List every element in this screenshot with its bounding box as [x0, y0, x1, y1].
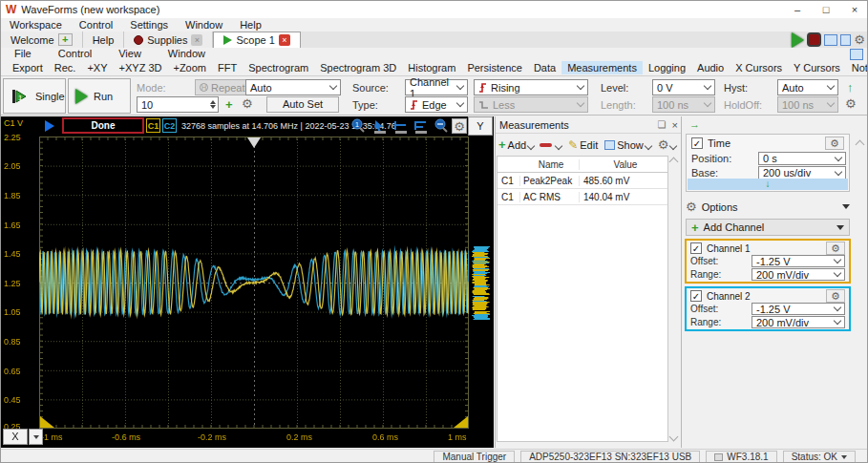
run-all-icon[interactable]: [792, 32, 804, 48]
remove-measurement-icon[interactable]: [540, 143, 552, 147]
ribbon-logging[interactable]: Logging: [643, 61, 691, 74]
y-axis-button[interactable]: Y: [468, 116, 493, 136]
scope-menu-control[interactable]: Control: [45, 48, 105, 60]
menu-help[interactable]: Help: [231, 18, 270, 32]
ribbon-zoom[interactable]: +Zoom: [167, 61, 212, 74]
table-scroll-up-icon[interactable]: [669, 158, 679, 167]
x-axis-button[interactable]: X: [3, 429, 28, 445]
ribbon-fft[interactable]: FFT: [212, 61, 243, 74]
edit-pencil-icon[interactable]: ✎: [568, 138, 578, 152]
length-select[interactable]: 100 ns: [652, 96, 715, 113]
time-apply-bar[interactable]: ↓: [688, 179, 848, 190]
ribbon-persistence[interactable]: Persistence: [461, 61, 527, 74]
menu-window[interactable]: Window: [177, 18, 231, 32]
gear-dropdown-icon[interactable]: [669, 141, 677, 149]
manual-trigger-button[interactable]: Manual Trigger: [434, 451, 515, 463]
channel1-gear-icon[interactable]: ⚙: [826, 242, 845, 255]
count-spinner-arrows[interactable]: [210, 100, 216, 109]
status-select[interactable]: Status: OK: [783, 451, 856, 463]
close-panel-icon[interactable]: ×: [672, 119, 678, 131]
pointer-tool-icon[interactable]: [372, 118, 388, 134]
close-supplies-icon[interactable]: ×: [191, 34, 202, 46]
options-row[interactable]: ⚙ Options: [686, 199, 850, 215]
show-menu-label[interactable]: Show: [617, 139, 644, 151]
menu-control[interactable]: Control: [71, 18, 121, 32]
close-scope1-icon[interactable]: ×: [279, 34, 290, 46]
expand-arrow-icon[interactable]: [43, 119, 58, 133]
edit-measurement-label[interactable]: Edit: [580, 139, 598, 151]
trigger-position-icon[interactable]: [413, 118, 429, 134]
level-select[interactable]: 0 V: [652, 79, 715, 95]
ribbon-measurements[interactable]: Measurements: [561, 61, 643, 74]
acquisition-gear-icon[interactable]: ⚙: [242, 97, 253, 110]
ribbon-audio[interactable]: Audio: [691, 61, 730, 74]
float-window-icon[interactable]: [850, 49, 863, 60]
ribbon-spectrogram[interactable]: Spectrogram: [243, 61, 314, 74]
ribbon-rec[interactable]: Rec.: [49, 61, 82, 74]
channel1-checkbox[interactable]: ✓: [690, 242, 702, 254]
tab-supplies[interactable]: Supplies ×: [124, 32, 213, 48]
trigger-up-arrow-icon[interactable]: ↑: [847, 80, 854, 95]
options-dropdown-icon[interactable]: [842, 204, 850, 209]
count-spinner[interactable]: 10: [137, 96, 219, 113]
stop-all-icon[interactable]: [807, 32, 821, 47]
zoom-tool-icon[interactable]: [434, 118, 449, 134]
auto-set-button[interactable]: Auto Set: [266, 96, 339, 113]
trigger-gear-icon[interactable]: ⚙: [845, 97, 857, 110]
trigger-level-icon[interactable]: [393, 118, 409, 134]
remove-dropdown-icon[interactable]: [555, 141, 562, 149]
waveform-plot[interactable]: [39, 137, 469, 429]
trigger-mode-select[interactable]: Auto: [245, 79, 341, 95]
scope-menu-file[interactable]: File: [1, 48, 45, 60]
ribbon-xyz3d[interactable]: +XYZ 3D: [114, 61, 168, 74]
table-scroll-down-icon[interactable]: [669, 432, 679, 442]
add-dropdown-icon[interactable]: [527, 141, 535, 149]
scope-menu-view[interactable]: View: [105, 48, 155, 60]
add-channel-dropdown-icon[interactable]: [836, 225, 844, 230]
ribbon-ycursors[interactable]: Y Cursors: [788, 61, 846, 74]
acquisition-preview-strip[interactable]: [472, 137, 490, 429]
time-gear-icon[interactable]: ⚙: [825, 137, 844, 150]
source-select[interactable]: Channel 1: [405, 79, 468, 95]
float-panel-icon[interactable]: ❏: [658, 119, 667, 130]
single-button[interactable]: 1 Single: [3, 78, 66, 114]
ribbon-xy[interactable]: +XY: [81, 61, 113, 74]
condition2-select[interactable]: Less: [474, 96, 588, 113]
measurements-gear-icon[interactable]: ⚙: [658, 138, 669, 151]
add-channel-bar[interactable]: + Add Channel: [686, 219, 850, 236]
condition-select[interactable]: Rising: [474, 79, 588, 95]
tab-welcome[interactable]: Welcome +: [1, 32, 83, 48]
type-select[interactable]: Edge: [405, 96, 468, 113]
hyst-select[interactable]: Auto: [777, 79, 838, 95]
windows-list-icon[interactable]: [840, 34, 851, 46]
tab-help[interactable]: Help: [83, 32, 125, 48]
ribbon-histogram[interactable]: Histogram: [402, 61, 461, 74]
channel1-range-select[interactable]: 200 mV/div: [752, 268, 845, 281]
zoom-preset-icon[interactable]: 1: [350, 118, 366, 134]
channel1-offset-select[interactable]: -1.25 V: [752, 255, 845, 267]
time-checkbox[interactable]: ✓: [691, 137, 703, 149]
collapse-panel-arrow-icon[interactable]: →: [689, 118, 700, 130]
maximize-button[interactable]: □: [812, 1, 840, 18]
channel2-gear-icon[interactable]: ⚙: [826, 289, 845, 303]
panel-scroll-up-icon[interactable]: [856, 140, 865, 150]
channel2-badge[interactable]: C2: [162, 118, 177, 133]
position-select[interactable]: 0 s: [758, 152, 846, 165]
add-measurement-label[interactable]: Add: [508, 139, 527, 151]
close-button[interactable]: ×: [840, 1, 868, 18]
x-axis-dropdown[interactable]: [29, 429, 43, 445]
ribbon-export[interactable]: Export: [7, 61, 49, 74]
add-acquisition-icon[interactable]: +: [225, 97, 233, 112]
ribbon-xcursors[interactable]: X Cursors: [730, 61, 788, 74]
menu-workspace[interactable]: Workspace: [1, 18, 71, 32]
holdoff-select[interactable]: 100 ns: [777, 96, 838, 113]
menu-settings[interactable]: Settings: [121, 18, 177, 32]
plot-settings-gear-icon[interactable]: ⚙: [452, 118, 467, 134]
ribbon-notes[interactable]: Notes: [846, 61, 868, 74]
channel2-range-select[interactable]: 200 mV/div: [752, 316, 845, 328]
tab-scope1[interactable]: Scope 1 ×: [213, 32, 300, 48]
scope-menu-window[interactable]: Window: [155, 48, 219, 60]
add-measurement-icon[interactable]: +: [498, 137, 506, 152]
measurement-row[interactable]: C1 AC RMS 140.04 mV: [498, 189, 667, 205]
add-instrument-icon[interactable]: +: [58, 33, 73, 46]
